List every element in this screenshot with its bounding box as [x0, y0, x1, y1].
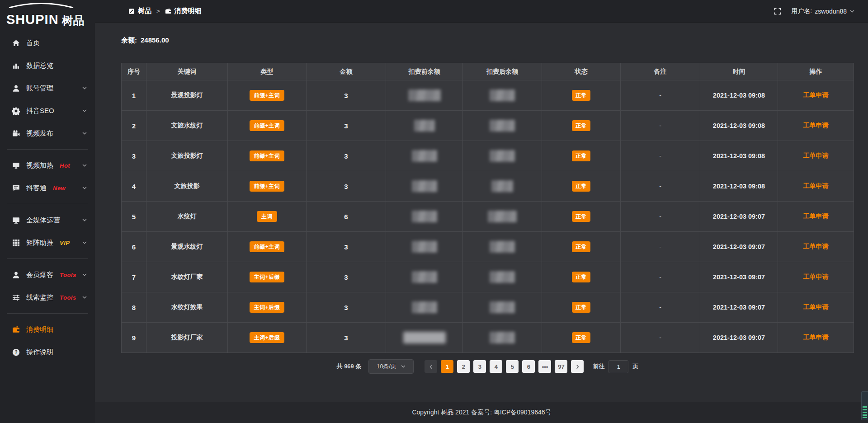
- breadcrumb-item-page[interactable]: 消费明细: [165, 7, 202, 15]
- sidebar-item-account-manage[interactable]: 账号管理: [0, 77, 95, 99]
- sidebar-divider: [7, 149, 88, 150]
- sidebar-item-operation-guide[interactable]: ?操作说明: [0, 341, 95, 363]
- masked-value: [403, 332, 446, 343]
- sidebar-item-matrix-boost[interactable]: 矩阵助推VIP: [0, 231, 95, 254]
- sidebar-item-label: 线索监控: [26, 293, 53, 302]
- cell-action: 工单申请: [778, 80, 854, 111]
- column-header: 金额: [307, 63, 386, 80]
- work-order-link[interactable]: 工单申请: [803, 182, 829, 189]
- balance-value: 24856.00: [141, 36, 169, 44]
- cell-index: 6: [122, 232, 146, 262]
- work-order-link[interactable]: 工单申请: [803, 243, 829, 250]
- sidebar-item-video-heat[interactable]: 视频加热Hot: [0, 154, 95, 177]
- sidebar-item-member-baoke[interactable]: 会员爆客Tools: [0, 263, 95, 286]
- content-area: 余额:24856.00 序号关键词类型金额扣费前余额扣费后余额状态备注时间操作 …: [95, 23, 868, 402]
- breadcrumb-separator: >: [156, 8, 160, 14]
- cell-status: 正常: [542, 141, 621, 171]
- video-camera-icon: [12, 129, 20, 137]
- fullscreen-icon[interactable]: [774, 8, 781, 15]
- cell-status: 正常: [542, 111, 621, 141]
- cell-balance-before: [386, 202, 463, 232]
- copyright-text: Copyright 树品 2021 备案号: 粤ICP备09019646号: [412, 409, 551, 417]
- page-button-3[interactable]: 3: [473, 360, 486, 373]
- table-row: 6景观水纹灯前缀+主词3正常-2021-12-03 09:07工单申请: [122, 232, 854, 262]
- sidebar-item-label: 账号管理: [26, 84, 53, 93]
- pagination: 共 969 条 10条/页 123456•••97 前往 页: [121, 359, 854, 374]
- sidebar-item-douketong[interactable]: 抖客通New: [0, 177, 95, 199]
- page-button-4[interactable]: 4: [490, 360, 502, 373]
- cell-action: 工单申请: [778, 171, 854, 202]
- masked-value: [490, 332, 515, 343]
- sidebar-item-lead-monitor[interactable]: 线索监控Tools: [0, 286, 95, 309]
- status-badge: 正常: [572, 211, 590, 222]
- sidebar-item-label: 数据总览: [26, 61, 53, 70]
- cell-keyword: 景观水纹灯: [146, 232, 228, 262]
- page-button-5[interactable]: 5: [506, 360, 519, 373]
- cell-index: 9: [122, 323, 146, 353]
- masked-value: [412, 180, 437, 192]
- cell-balance-before: [386, 292, 463, 323]
- table-header: 序号关键词类型金额扣费前余额扣费后余额状态备注时间操作: [122, 63, 854, 80]
- masked-value: [414, 120, 435, 132]
- work-order-link[interactable]: 工单申请: [803, 334, 829, 341]
- sidebar-item-label: 抖客通: [26, 184, 47, 193]
- work-order-link[interactable]: 工单申请: [803, 212, 829, 220]
- cell-type: 主词+后缀: [228, 262, 307, 292]
- masked-value: [412, 271, 437, 283]
- chevron-down-icon: [82, 108, 87, 113]
- logo-text-cn: 树品: [62, 14, 85, 26]
- cell-type: 前缀+主词: [228, 80, 307, 111]
- work-order-link[interactable]: 工单申请: [803, 303, 829, 310]
- type-tag: 前缀+主词: [250, 90, 285, 101]
- page-button-97[interactable]: 97: [555, 360, 567, 373]
- sidebar-item-home[interactable]: 首页: [0, 32, 95, 54]
- type-tag: 主词+后缀: [250, 302, 285, 313]
- cell-balance-after: [463, 323, 542, 353]
- brand-logo[interactable]: SHUPIN 树品: [0, 0, 95, 29]
- cell-balance-after: [463, 262, 542, 292]
- goto-page-input[interactable]: [609, 360, 628, 373]
- cell-index: 5: [122, 202, 146, 232]
- cell-action: 工单申请: [778, 232, 854, 262]
- cell-amount: 3: [307, 323, 386, 353]
- work-order-link[interactable]: 工单申请: [803, 91, 829, 99]
- cell-time: 2021-12-03 09:08: [700, 141, 778, 171]
- breadcrumb-item-app[interactable]: 树品: [128, 7, 151, 15]
- page-button-6[interactable]: 6: [522, 360, 535, 373]
- cell-status: 正常: [542, 262, 621, 292]
- masked-value: [490, 271, 515, 283]
- page-button-1[interactable]: 1: [441, 360, 453, 373]
- cell-type: 主词+后缀: [228, 323, 307, 353]
- balance: 余额:24856.00: [121, 36, 854, 45]
- cell-balance-after: [463, 232, 542, 262]
- work-order-link[interactable]: 工单申请: [803, 122, 829, 129]
- sidebar-item-data-overview[interactable]: 数据总览: [0, 54, 95, 77]
- chevron-down-icon: [82, 163, 87, 168]
- cell-type: 主词: [228, 202, 307, 232]
- sidebar-item-media-operation[interactable]: 全媒体运营: [0, 209, 95, 231]
- cell-action: 工单申请: [778, 262, 854, 292]
- work-order-link[interactable]: 工单申请: [803, 152, 829, 159]
- username-dropdown[interactable]: 用户名: zswodun88: [791, 7, 855, 15]
- more-pages-button[interactable]: •••: [538, 360, 551, 373]
- sidebar-item-video-publish[interactable]: 视频发布: [0, 122, 95, 145]
- prev-page-button[interactable]: [425, 360, 437, 373]
- chevron-down-icon: [82, 272, 87, 277]
- balance-label: 余额:: [121, 36, 137, 44]
- chevron-down-icon: [82, 295, 87, 300]
- next-page-button[interactable]: [571, 360, 584, 373]
- page-button-2[interactable]: 2: [457, 360, 470, 373]
- table-row: 5水纹灯主词6正常-2021-12-03 09:07工单申请: [122, 202, 854, 232]
- page-buttons: 123456•••97: [439, 360, 569, 373]
- cell-balance-before: [386, 262, 463, 292]
- floating-widget[interactable]: [861, 391, 868, 420]
- page-size-select[interactable]: 10条/页: [368, 359, 414, 374]
- sidebar-item-consumption-detail[interactable]: 消费明细: [0, 318, 95, 341]
- work-order-link[interactable]: 工单申请: [803, 273, 829, 280]
- cell-status: 正常: [542, 232, 621, 262]
- chevron-down-icon: [849, 9, 855, 14]
- home-icon: [12, 39, 20, 47]
- masked-value: [412, 150, 437, 162]
- username-value: zswodun88: [815, 8, 847, 15]
- sidebar-item-douyin-seo[interactable]: 抖音SEO: [0, 99, 95, 122]
